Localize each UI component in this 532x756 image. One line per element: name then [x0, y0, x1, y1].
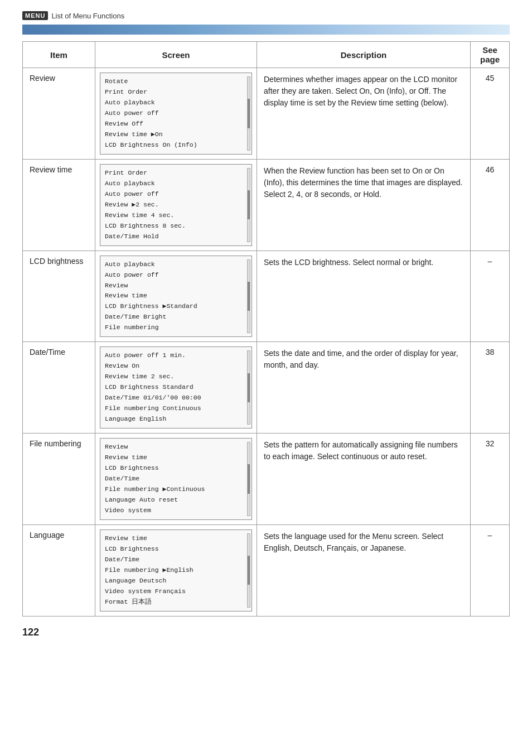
table-screen-cell-1: Print OrderAuto playbackAuto power offRe…	[95, 159, 257, 251]
screen-line-3-5: File numbering Continuous	[105, 403, 247, 414]
table-desc-cell-0: Determines whether images appear on the …	[257, 68, 471, 160]
screen-line-3-3: LCD Brightness Standard	[105, 382, 247, 393]
page-number: 122	[22, 627, 510, 638]
screen-line-1-1: Auto playback	[105, 179, 247, 189]
menu-badge: MENU	[22, 11, 48, 20]
col-header-description: Description	[257, 42, 471, 68]
screen-line-0-3: Auto power off	[105, 108, 247, 119]
table-page-cell-3: 38	[471, 342, 510, 434]
screen-line-5-6: Format 日本語	[105, 597, 247, 608]
table-page-cell-0: 45	[471, 68, 510, 160]
table-page-cell-2: –	[471, 251, 510, 342]
screen-line-3-4: Date/Time 01/01/'00 00:00	[105, 393, 247, 403]
table-desc-cell-5: Sets the language used for the Menu scre…	[257, 524, 471, 616]
screen-line-4-5: Language Auto reset	[105, 495, 247, 505]
screen-line-0-2: Auto playback	[105, 98, 247, 108]
screen-line-3-1: Review On	[105, 361, 247, 372]
screen-line-0-5: Review time ▶On	[105, 129, 247, 140]
screen-line-4-3: Date/Time	[105, 474, 247, 484]
table-item-cell-4: File numbering	[23, 434, 95, 525]
screen-line-2-5: Date/Time Bright	[105, 312, 247, 322]
screen-line-4-0: Review	[105, 442, 247, 452]
screen-line-3-0: Auto power off 1 min.	[105, 350, 247, 361]
table-screen-cell-2: Auto playbackAuto power offReviewReview …	[95, 251, 257, 342]
screen-line-1-2: Auto power off	[105, 189, 247, 200]
screen-line-5-0: Review time	[105, 533, 247, 544]
screen-line-2-4: LCD Brightness ▶Standard	[105, 301, 247, 312]
table-desc-cell-2: Sets the LCD brightness. Select normal o…	[257, 251, 471, 342]
screen-line-2-2: Review	[105, 281, 247, 291]
table-screen-cell-4: ReviewReview timeLCD BrightnessDate/Time…	[95, 434, 257, 525]
main-table: Item Screen Description See page ReviewR…	[22, 41, 510, 617]
table-desc-cell-3: Sets the date and time, and the order of…	[257, 342, 471, 434]
screen-line-2-0: Auto playback	[105, 259, 247, 270]
table-item-cell-1: Review time	[23, 159, 95, 251]
table-page-cell-4: 32	[471, 434, 510, 525]
screen-line-2-3: Review time	[105, 291, 247, 301]
screen-line-0-1: Print Order	[105, 87, 247, 98]
screen-line-5-3: File numbering ▶English	[105, 565, 247, 576]
col-header-page: See page	[471, 42, 510, 68]
screen-line-5-4: Language Deutsch	[105, 576, 247, 586]
screen-line-1-0: Print Order	[105, 168, 247, 179]
blue-bar	[22, 25, 510, 35]
screen-line-5-2: Date/Time	[105, 555, 247, 565]
screen-line-1-3: Review ▶2 sec.	[105, 200, 247, 210]
screen-line-0-0: Rotate	[105, 76, 247, 87]
screen-line-4-2: LCD Brightness	[105, 463, 247, 474]
screen-line-4-6: Video system	[105, 505, 247, 516]
screen-line-2-6: File numbering	[105, 322, 247, 333]
table-item-cell-0: Review	[23, 68, 95, 160]
col-header-screen: Screen	[95, 42, 257, 68]
screen-line-1-6: Date/Time Hold	[105, 232, 247, 242]
screen-line-5-1: LCD Brightness	[105, 544, 247, 555]
screen-line-4-4: File numbering ▶Continuous	[105, 484, 247, 495]
table-page-cell-1: 46	[471, 159, 510, 251]
screen-line-5-5: Video system Français	[105, 586, 247, 597]
screen-line-3-6: Language English	[105, 414, 247, 425]
table-desc-cell-1: When the Review function has been set to…	[257, 159, 471, 251]
screen-line-2-1: Auto power off	[105, 270, 247, 281]
table-page-cell-5: –	[471, 524, 510, 616]
table-item-cell-5: Language	[23, 524, 95, 616]
header-area: MENU List of Menu Functions	[22, 11, 510, 20]
table-desc-cell-4: Sets the pattern for automatically assig…	[257, 434, 471, 525]
screen-line-0-6: LCD Brightness On (Info)	[105, 140, 247, 151]
table-screen-cell-0: RotatePrint OrderAuto playbackAuto power…	[95, 68, 257, 160]
screen-line-1-5: LCD Brightness 8 sec.	[105, 221, 247, 232]
table-item-cell-3: Date/Time	[23, 342, 95, 434]
screen-line-4-1: Review time	[105, 452, 247, 463]
table-item-cell-2: LCD brightness	[23, 251, 95, 342]
screen-line-1-4: Review time 4 sec.	[105, 210, 247, 221]
screen-line-3-2: Review time 2 sec.	[105, 372, 247, 382]
col-header-item: Item	[23, 42, 95, 68]
header-title: List of Menu Functions	[51, 12, 124, 20]
screen-line-0-4: Review Off	[105, 119, 247, 129]
table-screen-cell-3: Auto power off 1 min.Review OnReview tim…	[95, 342, 257, 434]
table-screen-cell-5: Review timeLCD BrightnessDate/TimeFile n…	[95, 524, 257, 616]
